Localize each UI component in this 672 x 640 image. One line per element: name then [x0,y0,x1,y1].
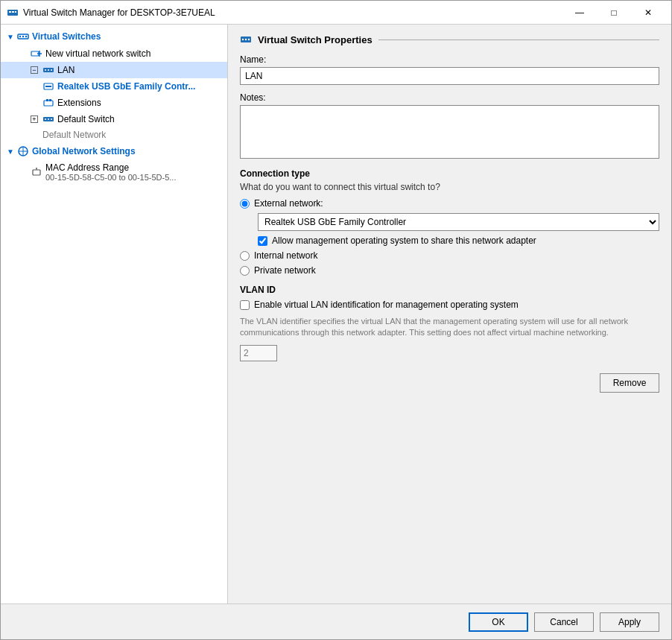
svg-rect-18 [46,99,48,101]
connection-type-title: Connection type [240,168,659,179]
lan-switch-icon [42,64,54,76]
default-switch-item[interactable]: + Default Switch [1,111,227,127]
virtual-switches-header[interactable]: ▼ Virtual Switches [1,28,227,45]
internal-network-option: Internal network [240,250,659,261]
chevron-icon: ▼ [7,33,14,41]
default-switch-label: Default Switch [57,114,115,124]
left-panel: ▼ Virtual Switches New virtual network s… [1,25,228,603]
svg-point-33 [248,39,250,40]
remove-button[interactable]: Remove [600,373,659,393]
svg-point-28 [36,168,37,169]
extensions-label: Extensions [57,98,101,108]
notes-label: Notes: [240,92,659,103]
notes-input[interactable] [240,105,659,159]
external-network-radio[interactable] [240,199,250,209]
private-network-option: Private network [240,265,659,276]
svg-point-13 [48,69,49,71]
lan-item[interactable]: − LAN [1,62,227,78]
global-network-label: Global Network Settings [32,146,136,156]
svg-point-31 [242,39,244,40]
svg-point-6 [22,36,24,37]
allow-management-label[interactable]: Allow management operating system to sha… [272,235,536,246]
lan-label: LAN [57,65,75,75]
content-area: ▼ Virtual Switches New virtual network s… [1,25,671,603]
remove-btn-container: Remove [240,373,659,393]
default-network-label: Default Network [42,130,106,140]
window-title: Virtual Switch Manager for DESKTOP-3E7UE… [23,7,215,18]
connection-type-section: Connection type What do you want to conn… [240,168,659,276]
mac-address-label: MAC Address Range [45,162,176,173]
svg-point-32 [245,39,247,40]
vlan-number-input[interactable] [240,345,277,361]
right-panel: Virtual Switch Properties Name: Notes: C… [228,25,671,603]
internal-network-label[interactable]: Internal network [254,250,317,261]
vlan-checkbox-row: Enable virtual LAN identification for ma… [240,300,659,310]
adapter-dropdown-container: Realtek USB GbE Family Controller [258,213,659,231]
name-input[interactable] [240,67,659,85]
svg-point-7 [25,36,27,37]
minimize-button[interactable]: — [562,1,597,25]
lan-expand-icon[interactable]: − [31,66,38,74]
title-divider [378,39,659,40]
properties-title: Virtual Switch Properties [258,34,373,45]
titlebar-controls: — □ ✕ [562,1,665,25]
lan-adapter-item[interactable]: Realtek USB GbE Family Contr... [1,78,227,95]
external-network-label[interactable]: External network: [254,198,323,209]
mac-icon [31,166,42,178]
notes-group: Notes: [240,92,659,161]
vlan-input-row [240,345,659,361]
svg-rect-17 [44,101,53,106]
svg-point-5 [19,36,21,37]
svg-rect-2 [12,11,14,13]
svg-point-22 [48,118,49,120]
external-network-option: External network: [240,198,659,209]
vlan-description: The VLAN identifier specifies the virtua… [240,316,659,339]
internal-network-radio[interactable] [240,251,250,261]
cancel-button[interactable]: Cancel [534,612,594,632]
svg-rect-27 [33,170,40,175]
name-group: Name: [240,54,659,85]
apply-button[interactable]: Apply [600,612,659,632]
default-switch-icon [42,113,54,125]
allow-management-checkbox[interactable] [258,236,267,246]
virtual-switches-label: Virtual Switches [32,31,101,42]
svg-rect-1 [9,11,11,13]
maximize-button[interactable]: □ [597,1,631,25]
private-network-radio[interactable] [240,266,250,276]
switch-icon [17,31,29,42]
svg-point-23 [51,118,52,120]
extensions-icon [42,97,54,109]
default-switch-expand-icon[interactable]: + [31,115,38,123]
bottom-bar: OK Cancel Apply [1,603,671,639]
new-virtual-switch-item[interactable]: New virtual network switch [1,45,227,62]
vlan-checkbox-label[interactable]: Enable virtual LAN identification for ma… [254,300,519,310]
titlebar: Virtual Switch Manager for DESKTOP-3E7UE… [1,1,671,25]
notes-scrollbar-container [240,105,659,161]
app-icon [7,7,19,19]
svg-rect-16 [45,86,51,87]
vlan-checkbox[interactable] [240,300,250,310]
svg-point-12 [45,69,46,71]
titlebar-left: Virtual Switch Manager for DESKTOP-3E7UE… [7,7,215,19]
properties-icon [240,34,252,45]
close-button[interactable]: ✕ [631,1,665,25]
global-network-header[interactable]: ▼ Global Network Settings [1,142,227,160]
connection-type-question: What do you want to connect this virtual… [240,182,659,192]
ok-button[interactable]: OK [469,612,528,632]
svg-point-14 [51,69,52,71]
default-network-item[interactable]: Default Network [1,127,227,142]
main-window: Virtual Switch Manager for DESKTOP-3E7UE… [0,0,672,640]
section-title-bar: Virtual Switch Properties [240,34,659,45]
mac-address-item[interactable]: MAC Address Range 00-15-5D-58-C5-00 to 0… [1,160,227,184]
svg-point-21 [45,118,46,120]
adapter-dropdown[interactable]: Realtek USB GbE Family Controller [258,213,659,231]
mac-address-info: MAC Address Range 00-15-5D-58-C5-00 to 0… [45,162,176,182]
private-network-label[interactable]: Private network [254,265,316,276]
lan-adapter-label: Realtek USB GbE Family Contr... [57,81,195,92]
extensions-item[interactable]: Extensions [1,95,227,111]
global-icon [17,145,29,157]
new-virtual-switch-label: New virtual network switch [45,48,150,59]
global-chevron-icon: ▼ [7,148,14,156]
new-switch-icon [31,48,42,60]
svg-rect-19 [49,99,51,101]
